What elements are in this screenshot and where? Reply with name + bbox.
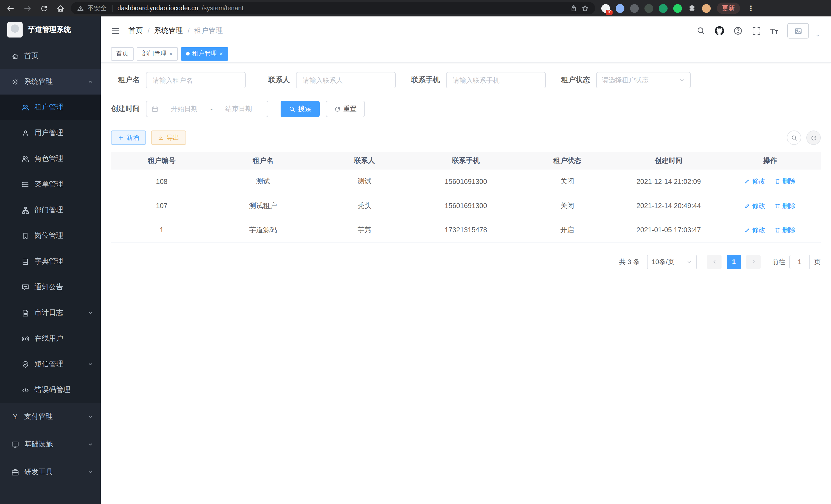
sidebar-item-tenant-management[interactable]: 租户管理	[0, 94, 101, 120]
browser-back-icon[interactable]	[6, 4, 15, 12]
field-label: 租户状态	[561, 76, 590, 85]
page-unit-label: 页	[814, 257, 821, 266]
chevron-down-icon	[87, 469, 93, 475]
end-date-placeholder[interactable]: 结束日期	[214, 104, 263, 114]
column-header: 联系人	[314, 152, 415, 170]
extension-icon-5[interactable]	[659, 4, 667, 12]
browser-profile-avatar[interactable]	[702, 4, 711, 12]
extension-icon-1[interactable]: 10	[601, 4, 610, 12]
sidebar-item-role-management[interactable]: 角色管理	[0, 146, 101, 172]
refresh-icon	[334, 106, 341, 112]
url-path: /system/tenant	[202, 5, 243, 12]
breadcrumb-item[interactable]: 首页	[128, 26, 143, 35]
extension-icon-2[interactable]	[616, 4, 624, 12]
home-icon	[11, 52, 19, 60]
prev-page-button[interactable]	[707, 255, 721, 269]
close-icon[interactable]: ×	[220, 51, 223, 57]
sidebar-item-payment-management[interactable]: ¥ 支付管理	[0, 403, 101, 431]
show-search-button[interactable]	[787, 130, 801, 145]
edit-link[interactable]: 修改	[744, 201, 766, 210]
font-size-icon[interactable]: TT	[770, 26, 778, 35]
tab-tenant-management[interactable]: 租户管理 ×	[181, 47, 228, 60]
browser-forward-icon[interactable]	[23, 4, 32, 12]
search-icon	[791, 135, 797, 141]
edit-link[interactable]: 修改	[744, 177, 766, 186]
chat-bubble-icon	[22, 283, 29, 291]
help-icon[interactable]	[733, 26, 742, 35]
cell-status: 关闭	[516, 194, 618, 218]
cell-tenant-id: 1	[111, 218, 212, 242]
hamburger-icon[interactable]	[111, 26, 120, 35]
extension-icon-3[interactable]	[630, 4, 639, 12]
sidebar-item-department-management[interactable]: 部门管理	[0, 197, 101, 223]
cell-actions: 修改 删除	[719, 194, 821, 218]
start-date-placeholder[interactable]: 开始日期	[160, 104, 208, 114]
next-page-button[interactable]	[746, 255, 761, 269]
sidebar-item-label: 错误码管理	[34, 385, 93, 394]
sidebar-item-notice[interactable]: 通知公告	[0, 274, 101, 300]
github-icon[interactable]	[715, 26, 724, 35]
sidebar-item-dev-tools[interactable]: 研发工具	[0, 458, 101, 486]
search-button[interactable]: 搜索	[281, 101, 320, 117]
date-range-picker[interactable]: 开始日期 - 结束日期	[146, 101, 268, 117]
tenant-table: 租户编号 租户名 联系人 联系手机 租户状态 创建时间 操作 108 测试 测试	[111, 152, 821, 242]
breadcrumb-item[interactable]: 系统管理	[154, 26, 183, 35]
browser-menu-icon[interactable]: ⋮	[746, 4, 755, 12]
bookmark-star-icon[interactable]	[581, 4, 589, 12]
export-button[interactable]: 导出	[151, 130, 186, 145]
browser-reload-icon[interactable]	[40, 4, 48, 12]
download-icon	[158, 135, 164, 141]
status-select[interactable]: 请选择租户状态	[596, 72, 691, 88]
browser-home-icon[interactable]	[56, 4, 65, 12]
book-icon	[22, 258, 29, 265]
phone-input[interactable]	[446, 72, 546, 88]
sidebar-item-menu-management[interactable]: 菜单管理	[0, 172, 101, 197]
delete-link[interactable]: 删除	[774, 177, 796, 186]
sidebar-item-label: 短信管理	[34, 360, 82, 369]
add-button[interactable]: 新增	[111, 130, 146, 145]
current-page-button[interactable]: 1	[727, 255, 741, 269]
tenant-name-input[interactable]	[146, 72, 246, 88]
close-icon[interactable]: ×	[169, 51, 173, 57]
contact-input[interactable]	[296, 72, 396, 88]
edit-link[interactable]: 修改	[744, 225, 766, 235]
goto-page-input[interactable]	[790, 255, 810, 269]
cell-contact: 测试	[314, 170, 415, 194]
reset-button[interactable]: 重置	[326, 101, 365, 117]
sidebar-menu: 首页 系统管理 租户管理 用户管理 角色管理	[0, 43, 101, 486]
fullscreen-icon[interactable]	[752, 26, 761, 35]
sidebar-item-system-management[interactable]: 系统管理	[0, 69, 101, 94]
filter-row-1: 租户名 联系人 联系手机 租户状态 请选择租户状态	[111, 72, 821, 88]
avatar[interactable]	[787, 23, 809, 38]
avatar-caret-down-icon[interactable]	[815, 33, 821, 38]
url-bar[interactable]: 不安全 dashboard.yudao.iocoder.cn/system/te…	[71, 2, 595, 14]
tab-department-management[interactable]: 部门管理 ×	[137, 47, 178, 60]
browser-update-button[interactable]: 更新	[717, 3, 740, 14]
sidebar-item-label: 研发工具	[24, 468, 82, 477]
sidebar-item-audit-log[interactable]: 审计日志	[0, 300, 101, 326]
search-icon[interactable]	[696, 26, 705, 35]
extension-icon-4[interactable]	[644, 4, 653, 12]
delete-link[interactable]: 删除	[774, 201, 796, 210]
sidebar-item-dict-management[interactable]: 字典管理	[0, 249, 101, 274]
plus-icon	[118, 135, 124, 141]
sidebar-item-post-management[interactable]: 岗位管理	[0, 223, 101, 249]
extensions-puzzle-icon[interactable]	[688, 4, 696, 12]
tab-home[interactable]: 首页	[111, 47, 134, 60]
sidebar-item-user-management[interactable]: 用户管理	[0, 120, 101, 146]
sidebar-item-infrastructure[interactable]: 基础设施	[0, 431, 101, 458]
extension-icon-6[interactable]	[673, 4, 682, 12]
sidebar-item-online-users[interactable]: 在线用户	[0, 326, 101, 351]
sidebar-item-error-code-management[interactable]: 错误码管理	[0, 377, 101, 403]
page-size-select[interactable]: 10条/页	[647, 255, 697, 269]
cell-phone: 15601691300	[415, 170, 517, 194]
sidebar-item-home[interactable]: 首页	[0, 43, 101, 69]
refresh-icon	[810, 135, 817, 141]
share-icon[interactable]	[570, 4, 578, 12]
badge-icon	[22, 232, 29, 240]
refresh-table-button[interactable]	[806, 130, 821, 145]
sidebar-item-label: 角色管理	[34, 154, 93, 164]
content: 租户名 联系人 联系手机 租户状态 请选择租户状态	[101, 63, 831, 269]
delete-link[interactable]: 删除	[774, 225, 796, 235]
sidebar-item-sms-management[interactable]: 短信管理	[0, 351, 101, 377]
